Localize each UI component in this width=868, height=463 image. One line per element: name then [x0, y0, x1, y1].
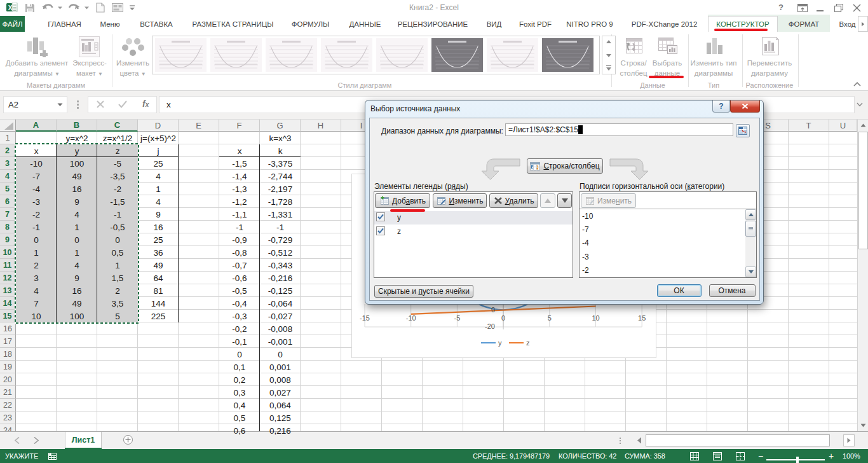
svg-text:-5: -5	[454, 314, 461, 322]
svg-text:15: 15	[638, 314, 646, 322]
svg-text:10: 10	[592, 314, 599, 322]
svg-text:y: y	[498, 339, 502, 347]
svg-text:-10: -10	[406, 314, 416, 322]
svg-text:0: 0	[501, 314, 505, 322]
svg-text:5: 5	[548, 314, 552, 322]
svg-text:-15: -15	[360, 314, 370, 322]
svg-text:-20: -20	[485, 322, 495, 330]
svg-text:0: 0	[491, 306, 495, 314]
svg-text:z: z	[526, 339, 530, 347]
